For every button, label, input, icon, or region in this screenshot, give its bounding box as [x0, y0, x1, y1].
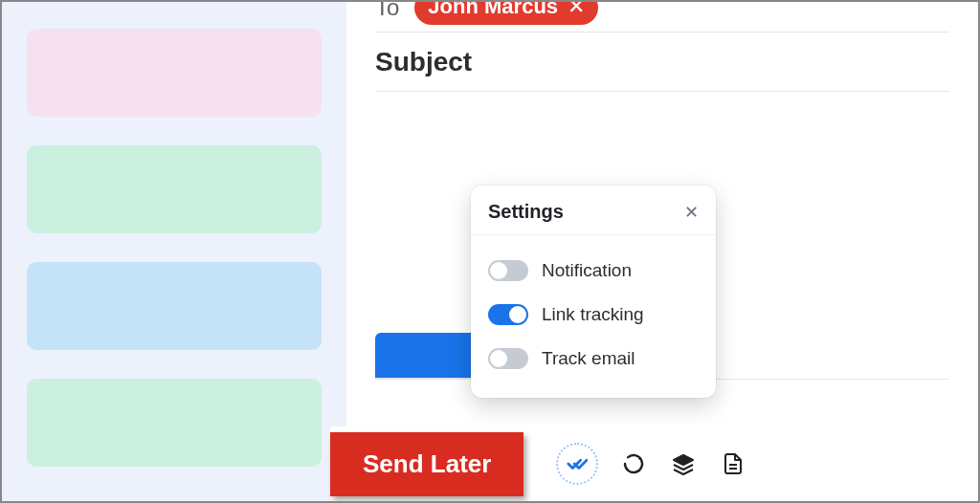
setting-notification: Notification: [488, 249, 699, 293]
recipient-name: John Marcus: [428, 0, 558, 19]
toggle-link-tracking[interactable]: [488, 304, 528, 325]
sidebar-block[interactable]: [27, 379, 322, 467]
sidebar-block[interactable]: [27, 145, 322, 233]
remove-recipient-icon[interactable]: ✕: [568, 0, 585, 19]
subject-placeholder: Subject: [375, 47, 472, 77]
setting-link-tracking: Link tracking: [488, 293, 699, 337]
toggle-notification[interactable]: [488, 260, 528, 281]
to-label: To: [375, 0, 399, 21]
close-icon[interactable]: ✕: [684, 202, 699, 223]
app-frame: To John Marcus ✕ Subject Settings ✕ Noti…: [0, 0, 980, 503]
subject-row[interactable]: Subject: [375, 33, 949, 92]
svg-marker-1: [674, 455, 693, 465]
popover-header: Settings ✕: [471, 186, 716, 235]
sidebar: [2, 2, 346, 501]
action-bar: Send Later: [330, 426, 978, 501]
layers-icon[interactable]: [669, 449, 698, 478]
popover-body: Notification Link tracking Track email: [471, 235, 716, 398]
double-check-icon[interactable]: [556, 443, 598, 485]
document-icon[interactable]: [719, 449, 747, 478]
sidebar-block[interactable]: [27, 262, 322, 350]
setting-label: Track email: [542, 348, 635, 369]
refresh-icon[interactable]: [619, 449, 648, 478]
svg-point-0: [639, 457, 642, 460]
setting-label: Link tracking: [542, 304, 644, 325]
setting-track-email: Track email: [488, 337, 699, 381]
toggle-track-email[interactable]: [488, 348, 528, 369]
send-later-button[interactable]: Send Later: [330, 432, 523, 496]
setting-label: Notification: [542, 260, 632, 281]
settings-popover: Settings ✕ Notification Link tracking Tr…: [471, 186, 716, 398]
to-row: To John Marcus ✕: [375, 2, 949, 33]
recipient-chip[interactable]: John Marcus ✕: [414, 0, 598, 25]
sidebar-block[interactable]: [27, 29, 322, 117]
action-icons: [556, 443, 747, 485]
popover-title: Settings: [488, 201, 564, 223]
